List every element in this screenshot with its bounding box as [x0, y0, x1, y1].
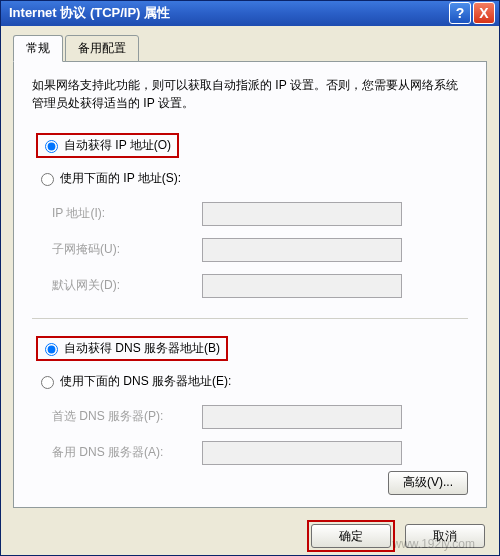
close-button[interactable]: X — [473, 2, 495, 24]
ip-auto-label: 自动获得 IP 地址(O) — [64, 137, 171, 154]
content-area: 常规 备用配置 如果网络支持此功能，则可以获取自动指派的 IP 设置。否则，您需… — [1, 26, 499, 518]
titlebar: Internet 协议 (TCP/IP) 属性 ? X — [1, 1, 499, 26]
subnet-row: 子网掩码(U): — [52, 238, 468, 262]
section-divider — [32, 318, 468, 319]
dns-auto-row: 自动获得 DNS 服务器地址(B) — [32, 333, 468, 364]
ip-address-label: IP 地址(I): — [52, 205, 202, 222]
dns-preferred-label: 首选 DNS 服务器(P): — [52, 408, 202, 425]
advanced-button[interactable]: 高级(V)... — [388, 471, 468, 495]
tab-general[interactable]: 常规 — [13, 35, 63, 62]
tab-alternate-label: 备用配置 — [78, 41, 126, 55]
ok-button[interactable]: 确定 — [311, 524, 391, 548]
subnet-label: 子网掩码(U): — [52, 241, 202, 258]
dns-manual-label: 使用下面的 DNS 服务器地址(E): — [60, 373, 231, 390]
titlebar-title: Internet 协议 (TCP/IP) 属性 — [9, 4, 449, 22]
close-icon: X — [479, 5, 488, 21]
dialog-window: Internet 协议 (TCP/IP) 属性 ? X 常规 备用配置 如果网络… — [0, 0, 500, 556]
dns-auto-label: 自动获得 DNS 服务器地址(B) — [64, 340, 220, 357]
titlebar-buttons: ? X — [449, 2, 495, 24]
gateway-input — [202, 274, 402, 298]
dialog-footer: 确定 取消 www.192ly.com — [1, 518, 499, 555]
advanced-row: 高级(V)... — [32, 471, 468, 495]
dns-auto-highlight: 自动获得 DNS 服务器地址(B) — [36, 336, 228, 361]
ip-manual-row: 使用下面的 IP 地址(S): — [32, 167, 468, 190]
subnet-input — [202, 238, 402, 262]
ip-manual-label: 使用下面的 IP 地址(S): — [60, 170, 181, 187]
help-icon: ? — [456, 5, 465, 21]
dns-alternate-input — [202, 441, 402, 465]
tabstrip: 常规 备用配置 — [13, 35, 487, 62]
advanced-button-label: 高级(V)... — [403, 475, 453, 489]
cancel-button[interactable]: 取消 — [405, 524, 485, 548]
ok-highlight: 确定 — [307, 520, 395, 552]
description-text: 如果网络支持此功能，则可以获取自动指派的 IP 设置。否则，您需要从网络系统管理… — [32, 76, 468, 112]
ip-auto-row: 自动获得 IP 地址(O) — [32, 130, 468, 161]
tab-alternate[interactable]: 备用配置 — [65, 35, 139, 62]
ip-address-input — [202, 202, 402, 226]
dns-preferred-input — [202, 405, 402, 429]
tab-panel-general: 如果网络支持此功能，则可以获取自动指派的 IP 设置。否则，您需要从网络系统管理… — [13, 61, 487, 508]
ip-auto-highlight: 自动获得 IP 地址(O) — [36, 133, 179, 158]
dns-alternate-label: 备用 DNS 服务器(A): — [52, 444, 202, 461]
cancel-button-label: 取消 — [433, 529, 457, 543]
dns-auto-radio[interactable] — [45, 343, 58, 356]
help-button[interactable]: ? — [449, 2, 471, 24]
ip-auto-radio[interactable] — [45, 140, 58, 153]
gateway-row: 默认网关(D): — [52, 274, 468, 298]
ip-manual-radio[interactable] — [41, 173, 54, 186]
ok-button-label: 确定 — [339, 529, 363, 543]
dns-alternate-row: 备用 DNS 服务器(A): — [52, 441, 468, 465]
tab-general-label: 常规 — [26, 41, 50, 55]
ip-address-row: IP 地址(I): — [52, 202, 468, 226]
dns-manual-radio[interactable] — [41, 376, 54, 389]
dns-manual-row: 使用下面的 DNS 服务器地址(E): — [32, 370, 468, 393]
gateway-label: 默认网关(D): — [52, 277, 202, 294]
dns-preferred-row: 首选 DNS 服务器(P): — [52, 405, 468, 429]
